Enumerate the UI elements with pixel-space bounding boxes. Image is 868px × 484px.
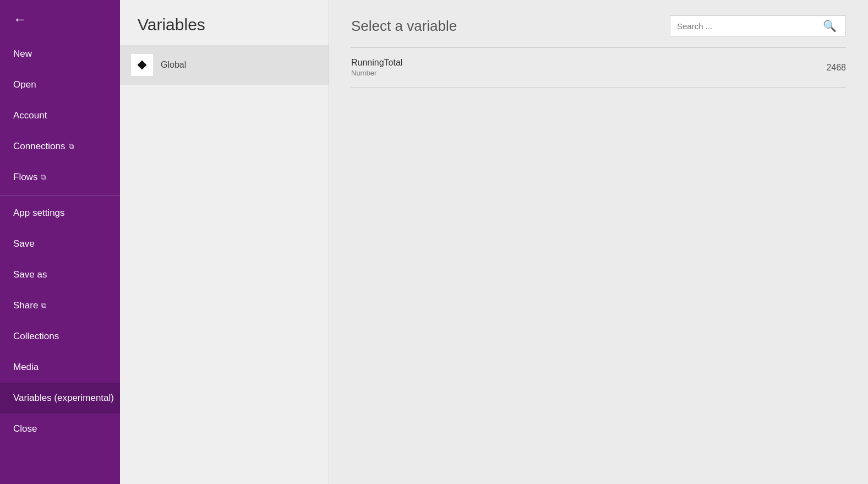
variable-name: RunningTotal — [351, 58, 402, 68]
sidebar-item-label-close: Close — [13, 423, 37, 434]
sidebar-item-app-settings[interactable]: App settings — [0, 198, 120, 229]
sidebar: ← NewOpenAccountConnections⧉Flows⧉App se… — [0, 0, 120, 484]
sidebar-item-open[interactable]: Open — [0, 69, 120, 100]
back-button[interactable]: ← — [0, 0, 120, 39]
sidebar-item-label-new: New — [13, 48, 32, 59]
sidebar-item-label-open: Open — [13, 79, 36, 90]
global-item[interactable]: Global — [120, 45, 329, 85]
search-box: 🔍 — [670, 15, 846, 36]
sidebar-item-label-flows: Flows — [13, 172, 37, 183]
sidebar-item-account[interactable]: Account — [0, 100, 120, 131]
middle-panel: Variables Global — [120, 0, 329, 484]
sidebar-item-new[interactable]: New — [0, 39, 120, 69]
external-link-icon: ⧉ — [41, 301, 46, 310]
global-icon — [131, 54, 153, 76]
variable-type: Number — [351, 69, 402, 77]
sidebar-item-label-collections: Collections — [13, 331, 59, 342]
sidebar-item-label-connections: Connections — [13, 141, 65, 152]
diamond-icon — [136, 59, 148, 71]
right-header: Select a variable 🔍 — [329, 0, 868, 47]
sidebar-item-save[interactable]: Save — [0, 229, 120, 259]
global-label: Global — [161, 60, 186, 70]
sidebar-item-label-share: Share — [13, 300, 38, 311]
sidebar-item-connections[interactable]: Connections⧉ — [0, 131, 120, 162]
sidebar-item-variables[interactable]: Variables (experimental) — [0, 383, 120, 414]
select-variable-label: Select a variable — [351, 18, 457, 35]
back-arrow-icon: ← — [13, 13, 26, 26]
external-link-icon: ⧉ — [69, 142, 74, 151]
sidebar-nav: NewOpenAccountConnections⧉Flows⧉App sett… — [0, 39, 120, 444]
page-title: Variables — [120, 0, 329, 45]
sidebar-item-label-variables: Variables (experimental) — [13, 393, 114, 404]
sidebar-item-label-app-settings: App settings — [13, 208, 65, 219]
sidebar-item-collections[interactable]: Collections — [0, 321, 120, 352]
sidebar-item-label-save-as: Save as — [13, 269, 47, 280]
search-input[interactable] — [677, 21, 821, 31]
sidebar-divider — [0, 195, 120, 195]
external-link-icon: ⧉ — [41, 173, 46, 182]
sidebar-item-close[interactable]: Close — [0, 414, 120, 444]
variable-value: 2468 — [826, 63, 846, 73]
sidebar-item-label-account: Account — [13, 110, 47, 121]
sidebar-item-share[interactable]: Share⧉ — [0, 290, 120, 321]
variable-info: RunningTotal Number — [351, 58, 402, 77]
variable-row[interactable]: RunningTotal Number 2468 — [329, 48, 868, 87]
sidebar-item-flows[interactable]: Flows⧉ — [0, 162, 120, 193]
search-button[interactable]: 🔍 — [821, 19, 839, 32]
sidebar-item-save-as[interactable]: Save as — [0, 259, 120, 290]
sidebar-item-label-save: Save — [13, 238, 35, 249]
row-divider — [351, 87, 846, 88]
right-panel: Select a variable 🔍 RunningTotal Number … — [329, 0, 868, 484]
sidebar-item-label-media: Media — [13, 362, 39, 373]
svg-rect-0 — [138, 61, 147, 70]
sidebar-item-media[interactable]: Media — [0, 352, 120, 383]
